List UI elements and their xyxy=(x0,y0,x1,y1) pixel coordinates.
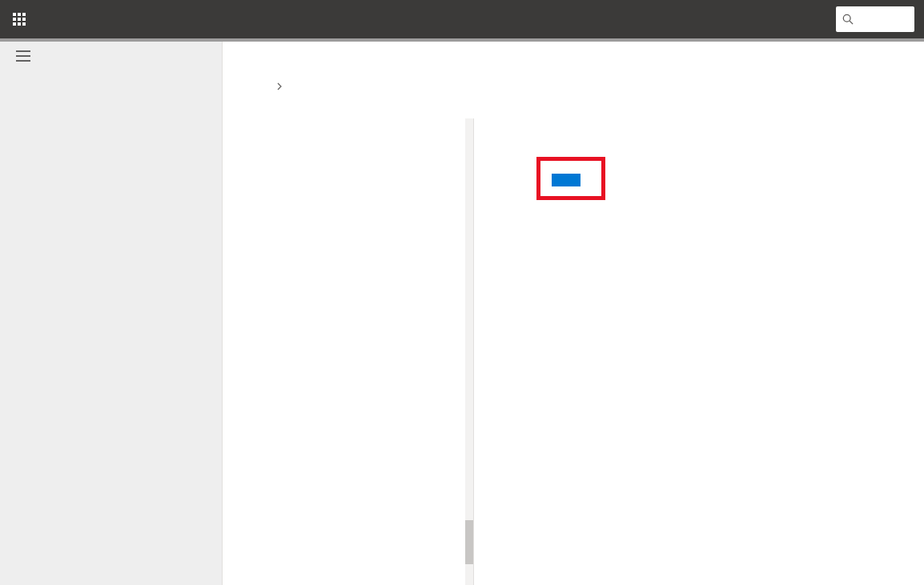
settings-subnav xyxy=(267,118,474,585)
svg-rect-0 xyxy=(13,13,16,16)
search-icon xyxy=(842,14,854,25)
svg-point-9 xyxy=(843,14,850,22)
svg-rect-6 xyxy=(13,22,16,26)
main-content xyxy=(223,42,924,585)
search-input[interactable] xyxy=(836,6,914,32)
svg-line-10 xyxy=(850,21,853,24)
svg-rect-3 xyxy=(13,18,16,21)
highlight-annotation xyxy=(536,157,605,200)
svg-rect-7 xyxy=(18,22,21,26)
sidebar xyxy=(0,42,223,585)
delete-button[interactable] xyxy=(552,174,581,186)
waffle-icon[interactable] xyxy=(0,0,38,38)
svg-rect-1 xyxy=(18,13,21,16)
chevron-right-icon xyxy=(275,82,283,90)
subnav-scrollbar-thumb[interactable] xyxy=(465,520,473,564)
app-header xyxy=(0,0,924,38)
svg-rect-8 xyxy=(22,22,26,26)
content-pane xyxy=(474,118,924,585)
svg-rect-5 xyxy=(22,18,26,21)
subnav-scrollbar[interactable] xyxy=(465,118,473,585)
svg-rect-4 xyxy=(18,18,21,21)
svg-rect-2 xyxy=(22,13,26,16)
breadcrumb xyxy=(267,70,924,102)
hamburger-icon[interactable] xyxy=(16,50,32,66)
